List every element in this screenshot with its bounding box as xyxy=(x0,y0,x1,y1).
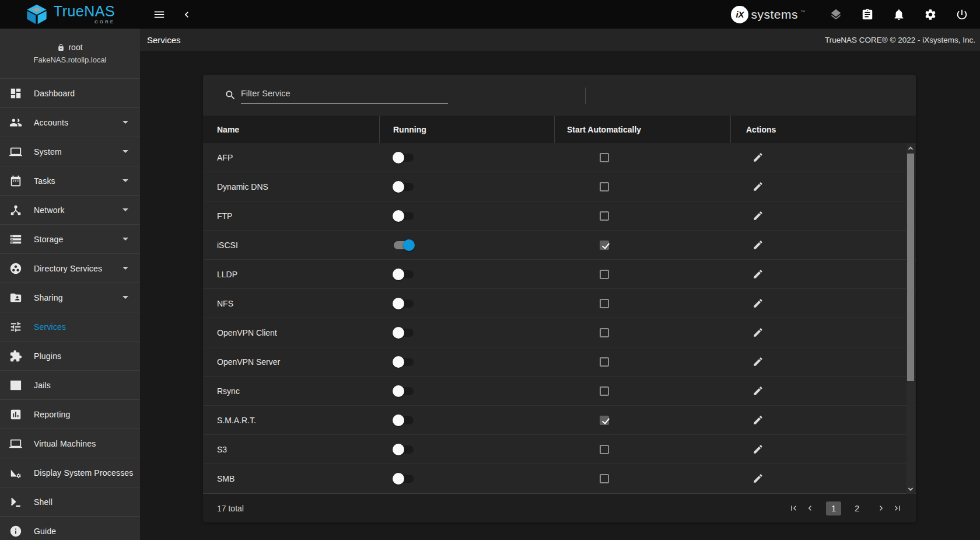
edit-service-button[interactable] xyxy=(751,209,765,222)
ixsystems-logo[interactable]: iX systems ™ xyxy=(731,6,805,23)
start-auto-checkbox[interactable] xyxy=(600,357,609,367)
settings-button[interactable] xyxy=(922,6,939,23)
edit-service-button[interactable] xyxy=(751,443,765,456)
running-toggle[interactable] xyxy=(393,298,415,309)
running-toggle[interactable] xyxy=(393,269,415,280)
page-2-button[interactable]: 2 xyxy=(851,503,863,514)
chevron-down-icon xyxy=(123,208,128,211)
services-card: Name Running Start Automatically Actions… xyxy=(203,75,916,522)
start-auto-checkbox[interactable] xyxy=(600,474,609,483)
next-page-button[interactable] xyxy=(875,502,887,514)
tasks-icon xyxy=(9,174,23,188)
sidebar-item-accounts[interactable]: Accounts xyxy=(0,107,140,137)
column-header-actions: Actions xyxy=(730,116,916,143)
running-toggle[interactable] xyxy=(393,385,415,397)
running-toggle[interactable] xyxy=(393,473,415,485)
sidebar-item-display-system-processes[interactable]: Display System Processes xyxy=(0,458,140,487)
sidebar-item-label: Dashboard xyxy=(34,89,75,98)
start-auto-checkbox[interactable] xyxy=(600,386,609,396)
sidebar-item-label: Tasks xyxy=(34,176,55,186)
start-auto-checkbox[interactable] xyxy=(600,299,609,308)
edit-service-button[interactable] xyxy=(751,472,765,485)
ix-text: systems xyxy=(751,8,798,22)
start-auto-checkbox[interactable] xyxy=(600,211,609,221)
running-toggle[interactable] xyxy=(393,152,415,163)
directory-services-icon xyxy=(9,262,23,276)
sidebar-item-plugins[interactable]: Plugins xyxy=(0,341,140,370)
start-auto-checkbox[interactable] xyxy=(600,182,609,191)
table-row: iSCSI xyxy=(203,231,916,260)
bell-icon xyxy=(892,8,905,21)
table-row: AFP xyxy=(203,143,916,172)
running-toggle[interactable] xyxy=(393,444,415,455)
edit-pencil-icon xyxy=(752,239,764,250)
truecommand-button[interactable] xyxy=(827,6,845,23)
edit-service-button[interactable] xyxy=(751,238,765,252)
scroll-up-button[interactable] xyxy=(907,144,915,153)
column-header-running[interactable]: Running xyxy=(379,116,554,143)
first-page-button[interactable] xyxy=(788,502,800,514)
edit-service-button[interactable] xyxy=(751,267,765,281)
table-row: OpenVPN Server xyxy=(203,347,916,377)
scroll-down-button[interactable] xyxy=(907,485,915,494)
menu-toggle-button[interactable] xyxy=(150,6,168,23)
table-row: NFS xyxy=(203,289,916,318)
edit-service-button[interactable] xyxy=(751,180,765,193)
edit-pencil-icon xyxy=(752,327,764,338)
column-header-start-automatically[interactable]: Start Automatically xyxy=(554,116,730,143)
edit-service-button[interactable] xyxy=(751,413,765,427)
edit-service-button[interactable] xyxy=(751,326,765,339)
sidebar-item-dashboard[interactable]: Dashboard xyxy=(0,78,140,107)
start-auto-checkbox[interactable] xyxy=(600,241,609,250)
sidebar-item-services[interactable]: Services xyxy=(0,312,140,341)
running-toggle[interactable] xyxy=(393,356,415,368)
sidebar-item-virtual-machines[interactable]: Virtual Machines xyxy=(0,428,140,458)
edit-service-button[interactable] xyxy=(751,355,765,368)
edit-pencil-icon xyxy=(752,152,764,163)
sidebar-item-system[interactable]: System xyxy=(0,137,140,166)
copyright-text: TrueNAS CORE® © 2022 - iXsystems, Inc. xyxy=(825,36,975,44)
edit-service-button[interactable] xyxy=(751,297,765,310)
edit-service-button[interactable] xyxy=(751,151,765,164)
sidebar-item-sharing[interactable]: Sharing xyxy=(0,283,140,312)
sidenav-collapse-button[interactable] xyxy=(178,6,195,23)
power-button[interactable] xyxy=(953,6,971,23)
running-toggle[interactable] xyxy=(393,327,415,339)
running-toggle[interactable] xyxy=(393,181,415,193)
sidebar-item-jails[interactable]: Jails xyxy=(0,370,140,399)
sidebar-item-tasks[interactable]: Tasks xyxy=(0,166,140,195)
network-icon xyxy=(9,203,23,217)
sidebar-item-storage[interactable]: Storage xyxy=(0,224,140,253)
sidebar-item-directory-services[interactable]: Directory Services xyxy=(0,253,140,283)
table-row: OpenVPN Client xyxy=(203,318,916,347)
truenas-logo[interactable]: TrueNAS CORE xyxy=(0,4,140,25)
table-scrollbar[interactable] xyxy=(907,144,915,494)
start-auto-checkbox[interactable] xyxy=(600,153,609,162)
edit-service-button[interactable] xyxy=(751,384,765,398)
running-toggle[interactable] xyxy=(393,239,415,251)
edit-pencil-icon xyxy=(752,210,764,221)
chevron-down-icon xyxy=(123,238,128,241)
last-page-button[interactable] xyxy=(891,502,904,514)
table-row: LLDP xyxy=(203,260,916,289)
page-1-button[interactable]: 1 xyxy=(826,501,841,515)
running-toggle[interactable] xyxy=(393,414,415,426)
truenas-app: TrueNAS CORE iX systems ™ xyxy=(0,0,980,540)
sidebar-item-guide[interactable]: Guide xyxy=(0,516,140,540)
sidebar-item-reporting[interactable]: Reporting xyxy=(0,399,140,428)
start-auto-checkbox[interactable] xyxy=(600,328,609,337)
start-auto-checkbox[interactable] xyxy=(600,445,609,454)
sidebar-item-shell[interactable]: Shell xyxy=(0,487,140,516)
chevron-right-icon xyxy=(876,503,886,513)
filter-service-input[interactable] xyxy=(241,86,448,104)
running-toggle[interactable] xyxy=(393,210,415,222)
sidebar-item-network[interactable]: Network xyxy=(0,195,140,224)
previous-page-button[interactable] xyxy=(804,502,816,514)
start-auto-checkbox[interactable] xyxy=(600,270,609,279)
alerts-button[interactable] xyxy=(890,6,908,23)
task-manager-button[interactable] xyxy=(859,6,876,23)
column-header-name[interactable]: Name xyxy=(203,116,379,143)
start-auto-checkbox[interactable] xyxy=(600,416,609,425)
scrollbar-thumb[interactable] xyxy=(907,154,914,381)
accounts-icon xyxy=(9,116,23,130)
